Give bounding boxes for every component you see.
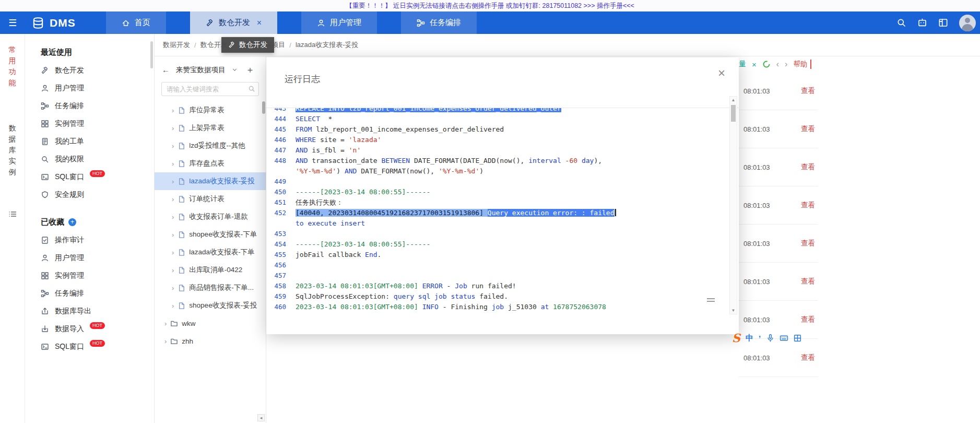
menu-item-我的权限[interactable]: 我的权限: [25, 150, 154, 168]
keyboard-icon[interactable]: [780, 334, 788, 343]
view-link[interactable]: 查看: [801, 353, 815, 362]
tree-item-lazada收支报表-妥投[interactable]: ›lazada收支报表-妥投: [155, 172, 266, 190]
tree-scroll-left-icon[interactable]: ◂: [257, 414, 265, 421]
assistant-icon[interactable]: [917, 18, 927, 28]
close-icon[interactable]: ×: [718, 67, 725, 79]
layout-icon[interactable]: [938, 18, 948, 28]
menu-item-数据库导出[interactable]: 数据库导出: [25, 302, 154, 320]
mic-icon[interactable]: [766, 334, 775, 343]
tab-close-icon[interactable]: ×: [257, 18, 262, 28]
tree-item-shopee收支报表-妥投[interactable]: ›shopee收支报表-妥投: [155, 297, 266, 314]
menu-item-实例管理[interactable]: 实例管理: [25, 267, 154, 285]
menu-item-实例管理[interactable]: 实例管理: [25, 115, 154, 133]
tree-item-订单统计表[interactable]: ›订单统计表: [155, 190, 266, 208]
breadcrumb-item[interactable]: 数据开发: [163, 40, 190, 50]
tree-item-lzd妥投维度--其他[interactable]: ›lzd妥投维度--其他: [155, 137, 266, 155]
nav-tab-任务编排[interactable]: 任务编排: [401, 11, 477, 34]
ime-punct-toggle[interactable]: ’: [759, 334, 761, 343]
chevron-right-icon[interactable]: ›: [172, 107, 174, 114]
menu-item-数仓开发[interactable]: 数仓开发: [25, 62, 154, 79]
chevron-right-icon[interactable]: ›: [172, 249, 174, 256]
project-name[interactable]: 来赞宝数据项目: [176, 65, 226, 75]
tree-item-lazada收支报表-下单[interactable]: ›lazada收支报表-下单: [155, 243, 266, 261]
rail-item-database-instances[interactable]: 数据库实例: [8, 123, 17, 178]
scroll-down-icon[interactable]: ▼: [730, 308, 737, 313]
log-segment: ------[2023-03-14 08:00:55]------: [296, 240, 430, 248]
chevron-right-icon[interactable]: ›: [172, 195, 174, 203]
help-link[interactable]: 帮助: [793, 60, 811, 69]
dms-brand[interactable]: DMS: [31, 16, 76, 30]
tree-list: ›库位异常表›上架异常表›lzd妥投维度--其他›库存盘点表›lazada收支报…: [155, 101, 266, 350]
avatar[interactable]: [959, 15, 976, 31]
menu-item-操作审计[interactable]: 操作审计: [25, 231, 154, 249]
menu-item-数据导入[interactable]: 数据导入HOT: [25, 320, 154, 338]
tree-scrollbar[interactable]: [262, 101, 265, 114]
panel-scrollbar[interactable]: [150, 41, 153, 68]
tree-folder-zhh[interactable]: ›zhh: [155, 332, 266, 350]
view-link[interactable]: 查看: [801, 124, 815, 134]
tree-item-出库取消单-0422[interactable]: ›出库取消单-0422: [155, 261, 266, 279]
rail-item-common-functions[interactable]: 常用功能: [8, 44, 17, 88]
tree-item-上架异常表[interactable]: ›上架异常表: [155, 119, 266, 137]
scrollbar-thumb[interactable]: [731, 105, 736, 122]
tree-item-收支报表订单-退款[interactable]: ›收支报表订单-退款: [155, 208, 266, 226]
panel-tab-close-icon[interactable]: ×: [752, 60, 757, 69]
page-next-icon[interactable]: ›: [785, 60, 787, 69]
chevron-right-icon[interactable]: ›: [172, 302, 174, 310]
menu-item-我的工单[interactable]: 我的工单: [25, 133, 154, 150]
view-link[interactable]: 查看: [801, 162, 815, 172]
chevron-down-icon[interactable]: [232, 67, 238, 73]
menu-item-SQL窗口[interactable]: SQL窗口HOT: [25, 168, 154, 186]
menu-item-SQL窗口[interactable]: SQL窗口HOT: [25, 338, 154, 356]
chevron-right-icon[interactable]: ›: [172, 142, 174, 150]
view-link[interactable]: 查看: [801, 201, 815, 210]
menu-item-用户管理[interactable]: 用户管理: [25, 79, 154, 97]
add-favorite-button[interactable]: +: [68, 218, 76, 226]
nav-tab-用户管理[interactable]: 用户管理: [301, 11, 377, 34]
tree-folder-wkw[interactable]: ›wkw: [155, 314, 266, 332]
chevron-right-icon[interactable]: ›: [164, 320, 167, 327]
nav-tab-首页[interactable]: 首页: [106, 11, 166, 34]
tree-item-shopee收支报表-下单[interactable]: ›shopee收支报表-下单: [155, 226, 266, 243]
menu-item-安全规则[interactable]: 安全规则: [25, 186, 154, 204]
tree-item-库位异常表[interactable]: ›库位异常表: [155, 101, 266, 119]
tree-item-商品销售报表-下单...[interactable]: ›商品销售报表-下单...: [155, 279, 266, 297]
scroll-up-icon[interactable]: ▲: [730, 98, 737, 102]
add-node-button[interactable]: ＋: [246, 64, 255, 76]
page-prev-icon[interactable]: ‹: [776, 60, 779, 69]
menu-item-用户管理[interactable]: 用户管理: [25, 249, 154, 267]
chevron-right-icon[interactable]: ›: [172, 213, 174, 221]
resize-grip-icon[interactable]: [707, 298, 715, 302]
ime-lang-toggle[interactable]: 中: [746, 333, 753, 343]
chevron-right-icon[interactable]: ›: [164, 337, 167, 345]
menu-item-任务编排[interactable]: 任务编排: [25, 97, 154, 115]
modal-scrollbar[interactable]: ▲ ▼: [729, 96, 737, 314]
chevron-right-icon[interactable]: ›: [172, 231, 174, 239]
puzzle-icon[interactable]: [793, 334, 802, 343]
sogou-logo-icon[interactable]: S: [732, 331, 740, 345]
nav-tab-数仓开发[interactable]: 数仓开发×: [190, 11, 277, 34]
search-input[interactable]: [161, 82, 259, 96]
view-link[interactable]: 查看: [801, 86, 815, 96]
view-link[interactable]: 查看: [801, 239, 815, 248]
line-number: 460: [266, 302, 296, 312]
chevron-right-icon[interactable]: ›: [172, 160, 174, 168]
back-arrow-icon[interactable]: ←: [162, 65, 170, 74]
breadcrumb-item[interactable]: lazada收支报表-妥投: [296, 40, 359, 50]
chevron-right-icon[interactable]: ›: [172, 124, 174, 132]
search-icon[interactable]: [248, 85, 255, 92]
menu-item-任务编排[interactable]: 任务编排: [25, 285, 154, 302]
chevron-right-icon[interactable]: ›: [172, 178, 174, 185]
panel-tab-fragment[interactable]: 量: [739, 60, 746, 69]
view-link[interactable]: 查看: [801, 315, 815, 324]
notice-manual-link[interactable]: >>> 操作手册<<<: [584, 2, 634, 9]
search-icon[interactable]: [896, 18, 906, 28]
log-line: 459SqlJobProcessException: query sql job…: [266, 291, 739, 302]
view-link[interactable]: 查看: [801, 277, 815, 286]
chevron-right-icon[interactable]: ›: [172, 284, 174, 292]
tree-item-库存盘点表[interactable]: ›库存盘点表: [155, 155, 266, 172]
hamburger-menu-icon[interactable]: ☰: [0, 17, 25, 29]
log-line-text: [296, 229, 739, 239]
chevron-right-icon[interactable]: ›: [172, 266, 174, 274]
collapse-list-icon[interactable]: [8, 210, 17, 218]
